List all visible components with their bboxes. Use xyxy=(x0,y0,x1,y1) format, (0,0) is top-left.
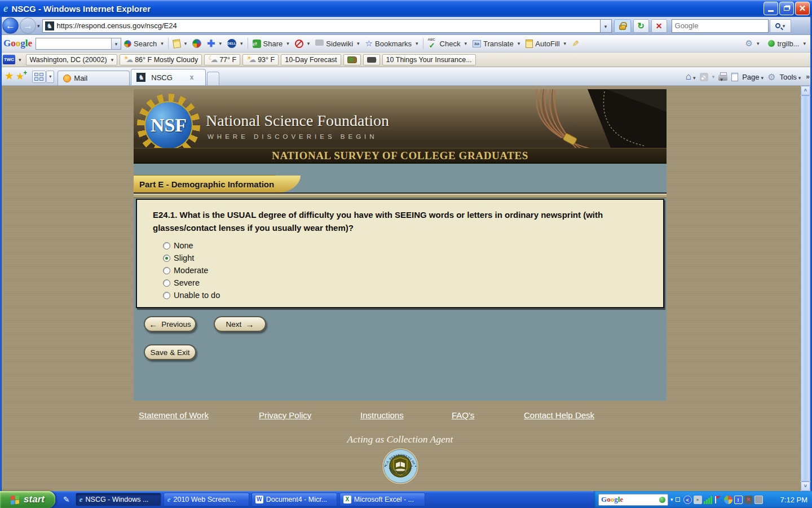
option-moderate[interactable]: Moderate xyxy=(163,264,663,277)
option-severe[interactable]: Severe xyxy=(163,277,663,289)
sidewiki-button[interactable]: Sidewiki xyxy=(312,37,362,50)
options-list: None Slight Moderate Severe xyxy=(163,239,663,301)
scroll-up-button[interactable]: ˄ xyxy=(801,86,810,95)
tray-display-icon[interactable] xyxy=(754,496,763,504)
address-field[interactable]: ♞ xyxy=(42,19,601,33)
radio-button[interactable] xyxy=(163,279,170,287)
add-favorite-icon[interactable]: ★ xyxy=(16,71,24,82)
refresh-button[interactable]: ↻ xyxy=(633,19,649,33)
bookmarks-button[interactable]: ☆ Bookmarks xyxy=(363,37,421,50)
tray-search-dropdown-icon[interactable]: ▾ xyxy=(670,497,673,502)
overflow-chevron-icon[interactable]: » xyxy=(806,73,810,81)
page-menu-button[interactable]: Page xyxy=(742,73,764,81)
share-button[interactable]: ⇄ Share xyxy=(250,37,292,50)
taskbar-item-webscreen[interactable]: e 2010 Web Screen... xyxy=(164,493,249,506)
previous-button[interactable]: ← Previous xyxy=(144,316,196,332)
address-dropdown-button[interactable]: ▾ xyxy=(601,19,612,33)
twc-logo[interactable]: TWC xyxy=(3,55,15,64)
ie-search-box[interactable] xyxy=(672,19,769,33)
radio-button[interactable] xyxy=(163,292,170,299)
star-outline-icon: ☆ xyxy=(365,38,373,49)
weather-video-button[interactable] xyxy=(363,54,380,65)
link-statement-of-work[interactable]: Statement of Work xyxy=(139,410,209,420)
ie-icon: e xyxy=(167,495,171,504)
restore-button[interactable] xyxy=(779,2,794,15)
tab-nscg[interactable]: ♞ NSCG x xyxy=(131,69,206,85)
tray-swirl-icon[interactable] xyxy=(724,496,732,504)
google-search-dropdown[interactable]: ▾ xyxy=(111,38,121,49)
screen: e NSCG - Windows Internet Explorer ✕ ← →… xyxy=(0,0,812,508)
option-slight[interactable]: Slight xyxy=(163,252,663,264)
security-lock-button[interactable] xyxy=(614,19,631,33)
tab-mail[interactable]: Mail xyxy=(58,71,130,85)
ie-search-input[interactable] xyxy=(675,21,765,30)
weather-low-chip[interactable]: ☾☁ 77° F xyxy=(204,54,240,65)
tab-close-icon[interactable]: x xyxy=(190,73,194,81)
google-logo-small: Google xyxy=(601,495,623,504)
search-go-button[interactable]: ▾ xyxy=(770,19,791,33)
home-button[interactable]: ⌂ xyxy=(686,71,696,82)
start-button[interactable]: start xyxy=(0,491,55,508)
rss-feed-icon[interactable] xyxy=(700,73,708,81)
forward-button[interactable]: → xyxy=(20,17,36,34)
toolbar-settings-button[interactable]: ⚙ xyxy=(742,37,762,50)
add-button[interactable]: ✚ xyxy=(204,37,224,50)
tray-error-icon[interactable]: ✕ xyxy=(744,496,753,504)
google-search-box[interactable]: ▾ xyxy=(36,38,121,50)
translate-button[interactable]: âa Translate xyxy=(470,37,523,50)
dell-button[interactable]: DELL xyxy=(224,37,246,50)
radio-button[interactable] xyxy=(163,242,170,249)
twc-dropdown-icon[interactable]: ▾ xyxy=(19,57,21,63)
print-button[interactable] xyxy=(718,75,727,81)
minimize-button[interactable] xyxy=(764,2,778,15)
new-tab-stub[interactable] xyxy=(207,72,219,85)
taskbar-item-excel[interactable]: X Microsoft Excel - ... xyxy=(339,493,425,506)
tools-menu-button[interactable]: Tools xyxy=(779,73,801,81)
save-exit-button[interactable]: Save & Exit xyxy=(144,344,196,360)
close-button[interactable]: ✕ xyxy=(795,2,810,15)
link-faqs[interactable]: FAQ's xyxy=(452,410,474,420)
google-search-button[interactable]: Search xyxy=(121,37,166,50)
link-contact-help-desk[interactable]: Contact Help Desk xyxy=(524,410,594,420)
forecast-button[interactable]: 10-Day Forecast xyxy=(281,54,341,65)
tray-alert-icon[interactable]: ! xyxy=(734,496,743,504)
tray-google-search[interactable]: Google xyxy=(598,494,668,506)
autofill-button[interactable]: AutoFill xyxy=(523,37,569,50)
spellcheck-button[interactable]: ABC✓ Check xyxy=(425,37,470,50)
option-unable[interactable]: Unable to do xyxy=(163,289,663,301)
highlighter-button[interactable]: ✎ xyxy=(569,37,582,50)
tray-flag-icon[interactable] xyxy=(714,496,722,504)
weather-current-chip[interactable]: ☀☁ 86° F Mostly Cloudy xyxy=(120,54,202,65)
weather-map-button[interactable] xyxy=(343,54,361,65)
option-none[interactable]: None xyxy=(163,239,663,252)
tray-collapse-icon[interactable] xyxy=(676,497,680,502)
scrollbar-thumb[interactable] xyxy=(801,95,810,481)
quick-tabs-button[interactable] xyxy=(32,71,46,83)
taskbar-item-word[interactable]: W Document4 - Micr... xyxy=(251,493,337,506)
tray-signal-icon[interactable] xyxy=(704,496,712,504)
taskbar-item-nscg[interactable]: e NSCG - Windows ... xyxy=(76,493,161,506)
history-dropdown-icon[interactable]: ▾ xyxy=(37,23,40,29)
link-instructions[interactable]: Instructions xyxy=(360,410,404,420)
quick-launch-pen-icon[interactable]: ✎ xyxy=(63,495,70,504)
weather-high-chip[interactable]: ☀☁ 93° F xyxy=(242,54,279,65)
back-button[interactable]: ← xyxy=(2,17,19,34)
stop-button[interactable]: ✕ xyxy=(651,19,667,33)
account-button[interactable]: trgilb... xyxy=(765,37,809,50)
tray-network-icon[interactable]: » xyxy=(694,496,702,504)
radio-button-selected[interactable] xyxy=(163,255,170,262)
radio-button[interactable] xyxy=(163,267,170,274)
address-input[interactable] xyxy=(57,21,598,30)
tray-hide-icons-icon[interactable]: < xyxy=(683,496,692,504)
tab-list-dropdown[interactable]: ▾ xyxy=(46,71,54,83)
block-button[interactable] xyxy=(292,37,313,50)
favorites-icon[interactable]: ★ xyxy=(5,69,14,82)
vertical-scrollbar[interactable]: ˄ ˅ xyxy=(801,86,810,491)
scroll-down-button[interactable]: ˅ xyxy=(801,481,810,491)
link-privacy-policy[interactable]: Privacy Policy xyxy=(259,410,311,420)
weather-location-button[interactable]: Washington, DC (20002) xyxy=(26,54,118,65)
news-button[interactable] xyxy=(170,37,190,50)
swirl-button[interactable] xyxy=(189,37,204,50)
news-headline-button[interactable]: 10 Things Your Insurance... xyxy=(382,54,476,65)
next-button[interactable]: Next → xyxy=(214,316,266,332)
